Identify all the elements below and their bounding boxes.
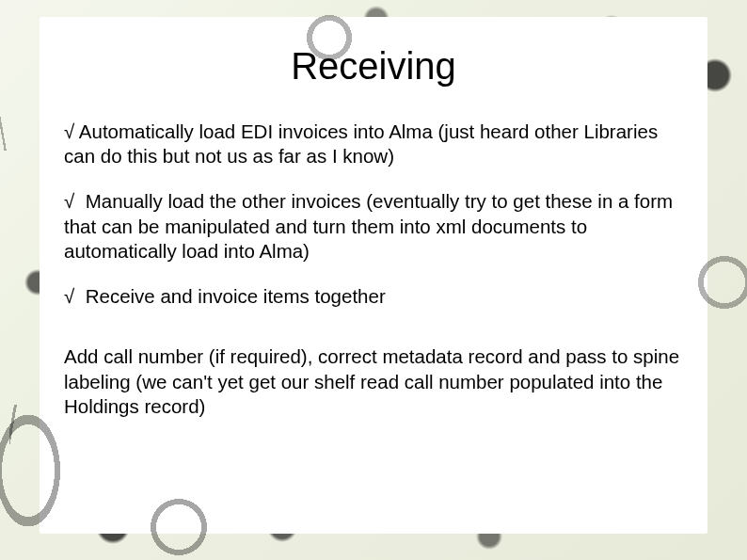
bullet-text: Receive and invoice items together bbox=[86, 285, 386, 307]
bullet-manual-invoices: √ Manually load the other invoices (even… bbox=[62, 189, 685, 264]
check-icon: √ bbox=[64, 120, 74, 142]
check-icon: √ bbox=[64, 285, 74, 307]
slide-title: Receiving bbox=[62, 45, 685, 88]
bullet-call-number: Add call number (if required), correct m… bbox=[62, 344, 685, 419]
check-icon: √ bbox=[64, 190, 74, 212]
bullet-text: Add call number (if required), correct m… bbox=[64, 345, 679, 416]
bullet-edi-invoices: √ Automatically load EDI invoices into A… bbox=[62, 120, 685, 168]
bullet-text: Manually load the other invoices (eventu… bbox=[64, 190, 673, 261]
decorative-letter-background: Receiving √ Automatically load EDI invoi… bbox=[0, 0, 747, 560]
slide-card: Receiving √ Automatically load EDI invoi… bbox=[40, 17, 707, 534]
bullet-receive-invoice-together: √ Receive and invoice items together bbox=[62, 284, 685, 309]
bullet-text: Automatically load EDI invoices into Alm… bbox=[64, 120, 658, 167]
